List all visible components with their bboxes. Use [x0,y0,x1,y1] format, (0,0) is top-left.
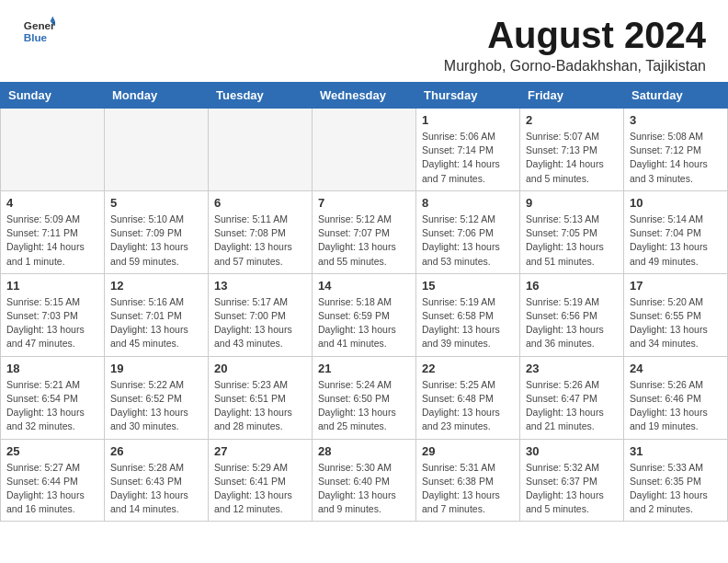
calendar-cell: 21Sunrise: 5:24 AM Sunset: 6:50 PM Dayli… [313,356,416,439]
day-info: Sunrise: 5:10 AM Sunset: 7:09 PM Dayligh… [110,213,202,269]
day-info: Sunrise: 5:23 AM Sunset: 6:51 PM Dayligh… [214,378,306,434]
weekday-header-sunday: Sunday [1,83,105,109]
calendar-cell [209,109,313,191]
day-number: 4 [6,196,98,210]
calendar-cell: 3Sunrise: 5:08 AM Sunset: 7:12 PM Daylig… [624,109,728,191]
day-info: Sunrise: 5:31 AM Sunset: 6:38 PM Dayligh… [422,461,514,517]
day-number: 3 [630,113,722,127]
weekday-header-friday: Friday [520,83,624,109]
calendar-cell: 28Sunrise: 5:30 AM Sunset: 6:40 PM Dayli… [313,439,416,522]
day-info: Sunrise: 5:26 AM Sunset: 6:47 PM Dayligh… [526,378,618,434]
weekday-header-wednesday: Wednesday [313,83,416,109]
calendar-cell: 8Sunrise: 5:12 AM Sunset: 7:06 PM Daylig… [416,190,520,273]
week-row-3: 11Sunrise: 5:15 AM Sunset: 7:03 PM Dayli… [1,273,728,356]
calendar-cell: 6Sunrise: 5:11 AM Sunset: 7:08 PM Daylig… [209,190,313,273]
day-info: Sunrise: 5:16 AM Sunset: 7:01 PM Dayligh… [110,295,202,351]
calendar-cell: 24Sunrise: 5:26 AM Sunset: 6:46 PM Dayli… [624,356,728,439]
day-number: 11 [6,279,98,293]
day-info: Sunrise: 5:30 AM Sunset: 6:40 PM Dayligh… [318,461,410,517]
day-number: 19 [110,362,202,375]
day-info: Sunrise: 5:20 AM Sunset: 6:55 PM Dayligh… [630,295,722,351]
day-info: Sunrise: 5:11 AM Sunset: 7:08 PM Dayligh… [214,213,306,269]
day-number: 14 [318,279,410,293]
day-number: 18 [6,362,98,375]
day-info: Sunrise: 5:32 AM Sunset: 6:37 PM Dayligh… [526,461,618,517]
month-title: August 2024 [444,15,706,56]
day-info: Sunrise: 5:08 AM Sunset: 7:12 PM Dayligh… [630,130,722,186]
day-info: Sunrise: 5:17 AM Sunset: 7:00 PM Dayligh… [214,295,306,351]
day-number: 10 [630,196,722,210]
day-number: 31 [630,444,722,458]
day-number: 24 [630,362,722,375]
calendar-cell: 16Sunrise: 5:19 AM Sunset: 6:56 PM Dayli… [520,273,624,356]
day-info: Sunrise: 5:19 AM Sunset: 6:56 PM Dayligh… [526,295,618,351]
day-info: Sunrise: 5:26 AM Sunset: 6:46 PM Dayligh… [630,378,722,434]
calendar-cell: 17Sunrise: 5:20 AM Sunset: 6:55 PM Dayli… [624,273,728,356]
day-info: Sunrise: 5:29 AM Sunset: 6:41 PM Dayligh… [214,461,306,517]
calendar-cell [1,109,105,191]
day-info: Sunrise: 5:12 AM Sunset: 7:07 PM Dayligh… [318,213,410,269]
logo: General Blue [22,15,55,48]
weekday-header-tuesday: Tuesday [209,83,313,109]
calendar-cell: 12Sunrise: 5:16 AM Sunset: 7:01 PM Dayli… [105,273,209,356]
calendar-cell: 11Sunrise: 5:15 AM Sunset: 7:03 PM Dayli… [1,273,105,356]
title-block: August 2024 Murghob, Gorno-Badakhshan, T… [444,15,706,75]
day-number: 25 [6,444,98,458]
calendar-cell: 7Sunrise: 5:12 AM Sunset: 7:07 PM Daylig… [313,190,416,273]
day-number: 6 [214,196,306,210]
calendar-cell: 31Sunrise: 5:33 AM Sunset: 6:35 PM Dayli… [624,439,728,522]
calendar-cell: 22Sunrise: 5:25 AM Sunset: 6:48 PM Dayli… [416,356,520,439]
calendar-cell: 1Sunrise: 5:06 AM Sunset: 7:14 PM Daylig… [416,109,520,191]
weekday-header-monday: Monday [105,83,209,109]
week-row-2: 4Sunrise: 5:09 AM Sunset: 7:11 PM Daylig… [1,190,728,273]
day-info: Sunrise: 5:09 AM Sunset: 7:11 PM Dayligh… [6,213,98,269]
day-number: 22 [422,362,514,375]
day-info: Sunrise: 5:33 AM Sunset: 6:35 PM Dayligh… [630,461,722,517]
day-info: Sunrise: 5:06 AM Sunset: 7:14 PM Dayligh… [422,130,514,186]
calendar-cell [105,109,209,191]
day-info: Sunrise: 5:24 AM Sunset: 6:50 PM Dayligh… [318,378,410,434]
day-info: Sunrise: 5:27 AM Sunset: 6:44 PM Dayligh… [6,461,98,517]
day-number: 5 [110,196,202,210]
day-number: 23 [526,362,618,375]
week-row-5: 25Sunrise: 5:27 AM Sunset: 6:44 PM Dayli… [1,439,728,522]
day-info: Sunrise: 5:07 AM Sunset: 7:13 PM Dayligh… [526,130,618,186]
calendar-cell: 23Sunrise: 5:26 AM Sunset: 6:47 PM Dayli… [520,356,624,439]
calendar-cell: 18Sunrise: 5:21 AM Sunset: 6:54 PM Dayli… [1,356,105,439]
day-number: 20 [214,362,306,375]
calendar-cell: 2Sunrise: 5:07 AM Sunset: 7:13 PM Daylig… [520,109,624,191]
day-number: 1 [422,113,514,127]
calendar-cell: 13Sunrise: 5:17 AM Sunset: 7:00 PM Dayli… [209,273,313,356]
calendar-cell: 27Sunrise: 5:29 AM Sunset: 6:41 PM Dayli… [209,439,313,522]
day-info: Sunrise: 5:19 AM Sunset: 6:58 PM Dayligh… [422,295,514,351]
day-number: 8 [422,196,514,210]
week-row-1: 1Sunrise: 5:06 AM Sunset: 7:14 PM Daylig… [1,109,728,191]
weekday-header-thursday: Thursday [416,83,520,109]
svg-text:Blue: Blue [24,31,48,43]
calendar-cell: 15Sunrise: 5:19 AM Sunset: 6:58 PM Dayli… [416,273,520,356]
calendar-cell: 20Sunrise: 5:23 AM Sunset: 6:51 PM Dayli… [209,356,313,439]
day-number: 17 [630,279,722,293]
calendar-cell: 4Sunrise: 5:09 AM Sunset: 7:11 PM Daylig… [1,190,105,273]
week-row-4: 18Sunrise: 5:21 AM Sunset: 6:54 PM Dayli… [1,356,728,439]
logo-icon: General Blue [22,15,55,48]
day-number: 27 [214,444,306,458]
day-number: 12 [110,279,202,293]
day-info: Sunrise: 5:14 AM Sunset: 7:04 PM Dayligh… [630,213,722,269]
page-header: General Blue August 2024 Murghob, Gorno-… [0,0,728,82]
day-number: 13 [214,279,306,293]
day-number: 21 [318,362,410,375]
day-number: 30 [526,444,618,458]
day-info: Sunrise: 5:28 AM Sunset: 6:43 PM Dayligh… [110,461,202,517]
day-number: 28 [318,444,410,458]
calendar-cell: 9Sunrise: 5:13 AM Sunset: 7:05 PM Daylig… [520,190,624,273]
day-number: 7 [318,196,410,210]
calendar-cell: 25Sunrise: 5:27 AM Sunset: 6:44 PM Dayli… [1,439,105,522]
day-info: Sunrise: 5:12 AM Sunset: 7:06 PM Dayligh… [422,213,514,269]
calendar-cell [313,109,416,191]
calendar-cell: 14Sunrise: 5:18 AM Sunset: 6:59 PM Dayli… [313,273,416,356]
day-number: 9 [526,196,618,210]
day-info: Sunrise: 5:21 AM Sunset: 6:54 PM Dayligh… [6,378,98,434]
calendar-table: SundayMondayTuesdayWednesdayThursdayFrid… [0,82,728,522]
calendar-cell: 5Sunrise: 5:10 AM Sunset: 7:09 PM Daylig… [105,190,209,273]
